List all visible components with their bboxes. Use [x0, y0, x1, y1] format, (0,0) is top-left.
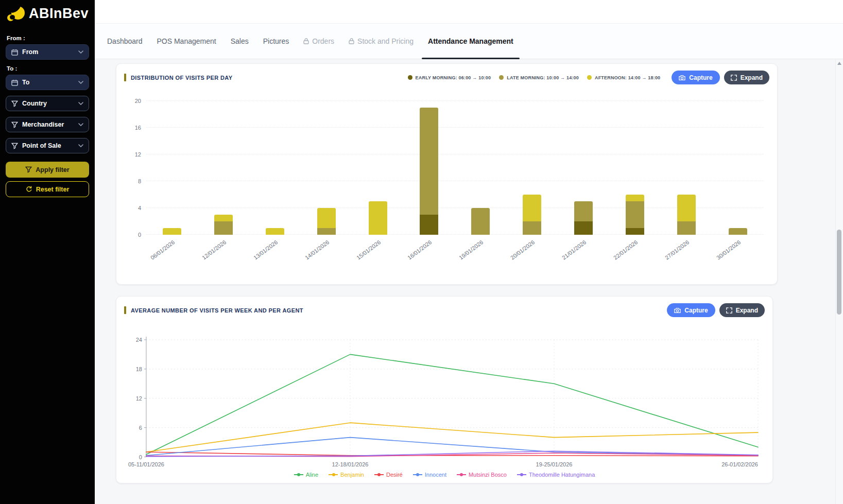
reset-filter-button[interactable]: Reset filter: [6, 181, 89, 197]
tab-pos-management[interactable]: POS Management: [151, 24, 222, 59]
x-axis-tick-label: 30/01/2026: [715, 239, 742, 261]
legend-item-innocent: Innocent: [413, 472, 446, 478]
main-area: DashboardPOS ManagementSalesPicturesOrde…: [95, 0, 843, 504]
line-chart-legend: AlineBenjaminDesiréInnocentMutsinzi Bosc…: [116, 472, 772, 478]
legend-label: Benjamin: [340, 472, 364, 478]
y-axis-tick-label: 0: [138, 232, 141, 238]
bar-stack: [266, 101, 284, 235]
bar-segment: [574, 221, 593, 235]
x-axis-tick-label: 21/01/2026: [561, 239, 587, 261]
capture-button-visits-per-week[interactable]: Capture: [667, 303, 715, 317]
legend-marker-icon: [294, 474, 303, 475]
bar-stack: [471, 101, 490, 235]
x-axis-tick-label: 15/01/2026: [355, 239, 382, 261]
x-axis-tick-label: 19/01/2026: [458, 239, 484, 261]
x-axis-tick-label: 06/01/2026: [149, 239, 176, 261]
svg-text:24: 24: [136, 337, 142, 343]
bar-column: 21/01/2026: [574, 101, 593, 235]
calendar-icon: [11, 49, 18, 56]
scrollbar-up-arrow-icon[interactable]: [837, 62, 841, 65]
brand-logo-text: ABInBev: [29, 6, 89, 22]
legend-item-benjamin: Benjamin: [329, 472, 364, 478]
y-axis-tick-label: 20: [135, 98, 141, 104]
legend-item-aline: Aline: [294, 472, 318, 478]
reset-icon: [26, 186, 32, 193]
x-axis-tick-label: 22/01/2026: [612, 239, 639, 261]
merchandiser-value: Merchandiser: [22, 121, 74, 128]
apply-filter-label: Apply filter: [36, 166, 69, 173]
legend-label: AFTERNOON: 14:00 → 18:00: [595, 75, 660, 80]
legend-item-late-morning: LATE MORNING: 10:00 → 14:00: [499, 75, 579, 80]
bar-column: 13/01/2026: [266, 101, 284, 235]
tab-label: Stock and Pricing: [357, 37, 414, 45]
bar-segment: [214, 221, 233, 235]
bar-chart-y-axis: 048121620: [126, 101, 146, 235]
tab-label: POS Management: [157, 37, 216, 45]
x-axis-tick-label: 19-25/01/2026: [536, 461, 573, 467]
abinbev-logo-icon: [7, 5, 25, 22]
chevron-down-icon: [78, 144, 83, 147]
tab-attendance-management[interactable]: Attendance Management: [422, 24, 520, 59]
from-date-select[interactable]: From: [6, 44, 89, 60]
tab-label: Attendance Management: [428, 37, 513, 45]
bar-column: 14/01/2026: [317, 101, 336, 235]
legend-label: LATE MORNING: 10:00 → 14:00: [507, 75, 579, 80]
scrollbar-thumb[interactable]: [837, 230, 841, 315]
bars-row: 06/01/202612/01/202613/01/202614/01/2026…: [146, 101, 764, 235]
bar-stack: [420, 101, 438, 235]
tab-dashboard[interactable]: Dashboard: [101, 24, 149, 59]
x-axis-tick-label: 16/01/2026: [407, 239, 433, 261]
tab-label: Pictures: [263, 37, 289, 45]
visits-per-week-card: AVERAGE NUMBER OF VISITS PER WEEK AND PE…: [116, 296, 773, 483]
chevron-down-icon: [78, 102, 83, 105]
point-of-sale-select[interactable]: Point of Sale: [6, 138, 89, 153]
bar-stack: [626, 101, 644, 235]
country-select[interactable]: Country: [6, 96, 89, 111]
chevron-down-icon: [78, 81, 83, 84]
camera-icon: [679, 75, 685, 81]
capture-button-visits-per-day[interactable]: Capture: [672, 71, 719, 84]
apply-filter-button[interactable]: Apply filter: [6, 162, 89, 178]
bar-stack: [677, 101, 696, 235]
expand-label: Expand: [741, 74, 763, 81]
tab-sales[interactable]: Sales: [225, 24, 255, 59]
bar-segment: [677, 221, 696, 235]
bar-column: 20/01/2026: [523, 101, 541, 235]
x-axis-tick-label: 05-11/01/2026: [128, 461, 164, 467]
bar-segment: [574, 201, 593, 221]
bar-segment: [677, 195, 696, 221]
bar-segment: [369, 201, 387, 235]
bar-column: 12/01/2026: [214, 101, 233, 235]
legend-label: Mutsinzi Bosco: [469, 472, 507, 478]
expand-icon: [726, 307, 732, 314]
to-date-select[interactable]: To: [6, 75, 89, 90]
svg-text:0: 0: [139, 454, 142, 460]
app-root: ABInBev From : From To : To Country: [0, 0, 843, 504]
expand-label: Expand: [736, 307, 758, 314]
bar-stack: [729, 101, 747, 235]
from-label: From :: [7, 35, 88, 41]
tab-label: Sales: [231, 37, 249, 45]
bar-segment: [523, 221, 541, 235]
expand-button-visits-per-day[interactable]: Expand: [724, 71, 769, 84]
tab-orders[interactable]: Orders: [297, 24, 340, 59]
svg-text:6: 6: [139, 425, 142, 431]
bar-segment: [626, 195, 644, 201]
bar-segment: [317, 208, 336, 228]
visits-per-day-card: DISTRIBUTION OF VISITS PER DAY EARLY MOR…: [116, 63, 778, 285]
tab-label: Orders: [312, 37, 334, 45]
bar-segment: [626, 201, 644, 228]
vertical-scrollbar[interactable]: [835, 60, 843, 504]
card-title-visits-per-day: DISTRIBUTION OF VISITS PER DAY: [131, 75, 232, 81]
bar-segment: [214, 215, 233, 221]
legend-marker-icon: [457, 474, 466, 475]
tab-pictures[interactable]: Pictures: [257, 24, 296, 59]
merchandiser-select[interactable]: Merchandiser: [6, 117, 89, 132]
expand-button-visits-per-week[interactable]: Expand: [719, 303, 765, 317]
tab-stock-and-pricing[interactable]: Stock and Pricing: [342, 24, 420, 59]
x-axis-tick-label: 26-01/02/2026: [721, 461, 758, 467]
x-axis-tick-label: 20/01/2026: [509, 239, 536, 261]
title-accent-bar: [124, 306, 126, 314]
bar-segment: [729, 228, 747, 235]
bar-column: 19/01/2026: [471, 101, 490, 235]
